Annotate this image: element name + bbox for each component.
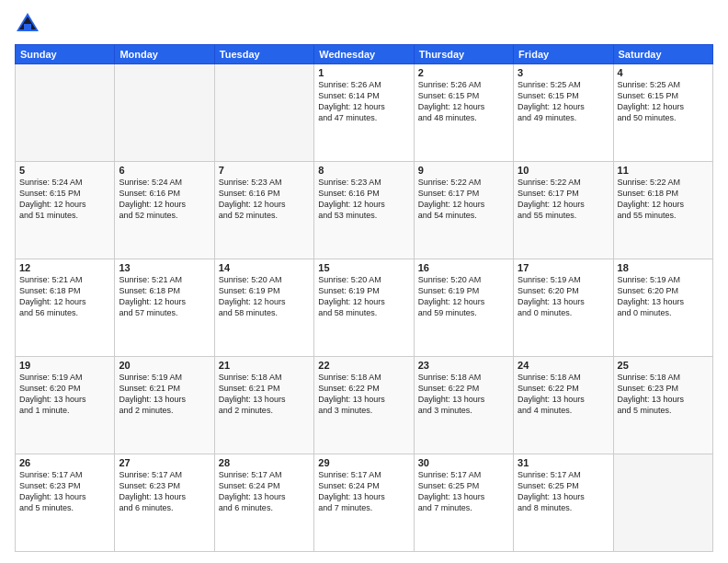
calendar-cell: 12Sunrise: 5:21 AM Sunset: 6:18 PM Dayli… [16,259,115,357]
calendar-cell: 4Sunrise: 5:25 AM Sunset: 6:15 PM Daylig… [613,64,712,162]
calendar-cell: 25Sunrise: 5:18 AM Sunset: 6:23 PM Dayli… [613,357,712,454]
week-row-3: 12Sunrise: 5:21 AM Sunset: 6:18 PM Dayli… [16,259,713,357]
day-info: Sunrise: 5:26 AM Sunset: 6:14 PM Dayligh… [318,79,409,124]
calendar-cell: 21Sunrise: 5:18 AM Sunset: 6:21 PM Dayli… [214,357,313,454]
day-info: Sunrise: 5:21 AM Sunset: 6:18 PM Dayligh… [19,274,110,319]
day-info: Sunrise: 5:25 AM Sunset: 6:15 PM Dayligh… [618,79,709,124]
page: SundayMondayTuesdayWednesdayThursdayFrid… [0,0,728,563]
calendar-cell: 2Sunrise: 5:26 AM Sunset: 6:15 PM Daylig… [414,64,513,162]
calendar-cell: 24Sunrise: 5:18 AM Sunset: 6:22 PM Dayli… [514,357,613,454]
day-number: 7 [219,165,310,176]
day-info: Sunrise: 5:22 AM Sunset: 6:17 PM Dayligh… [518,177,609,222]
calendar-cell: 20Sunrise: 5:19 AM Sunset: 6:21 PM Dayli… [115,357,214,454]
day-number: 21 [219,360,310,371]
day-number: 24 [518,360,609,371]
logo [15,11,44,37]
week-row-2: 5Sunrise: 5:24 AM Sunset: 6:15 PM Daylig… [16,162,713,259]
week-row-1: 1Sunrise: 5:26 AM Sunset: 6:14 PM Daylig… [16,64,713,162]
day-header-thursday: Thursday [414,45,513,64]
day-number: 2 [418,67,509,78]
calendar-cell: 18Sunrise: 5:19 AM Sunset: 6:20 PM Dayli… [613,259,712,357]
calendar-cell: 8Sunrise: 5:23 AM Sunset: 6:16 PM Daylig… [314,162,414,259]
day-info: Sunrise: 5:19 AM Sunset: 6:20 PM Dayligh… [19,372,110,417]
calendar-cell: 15Sunrise: 5:20 AM Sunset: 6:19 PM Dayli… [314,259,414,357]
day-info: Sunrise: 5:23 AM Sunset: 6:16 PM Dayligh… [219,177,310,222]
calendar-cell: 11Sunrise: 5:22 AM Sunset: 6:18 PM Dayli… [613,162,712,259]
day-number: 20 [119,360,210,371]
day-info: Sunrise: 5:20 AM Sunset: 6:19 PM Dayligh… [418,274,509,319]
day-number: 3 [518,67,609,78]
day-number: 15 [318,262,409,273]
day-info: Sunrise: 5:18 AM Sunset: 6:23 PM Dayligh… [618,372,709,417]
calendar-cell: 19Sunrise: 5:19 AM Sunset: 6:20 PM Dayli… [16,357,115,454]
days-header-row: SundayMondayTuesdayWednesdayThursdayFrid… [16,45,713,64]
day-number: 25 [618,360,709,371]
day-info: Sunrise: 5:17 AM Sunset: 6:25 PM Dayligh… [518,469,609,514]
calendar-cell: 23Sunrise: 5:18 AM Sunset: 6:22 PM Dayli… [414,357,513,454]
day-info: Sunrise: 5:18 AM Sunset: 6:22 PM Dayligh… [318,372,409,417]
calendar-cell: 30Sunrise: 5:17 AM Sunset: 6:25 PM Dayli… [414,454,513,552]
day-info: Sunrise: 5:19 AM Sunset: 6:20 PM Dayligh… [518,274,609,319]
day-info: Sunrise: 5:22 AM Sunset: 6:17 PM Dayligh… [418,177,509,222]
day-info: Sunrise: 5:21 AM Sunset: 6:18 PM Dayligh… [119,274,210,319]
calendar-cell: 6Sunrise: 5:24 AM Sunset: 6:16 PM Daylig… [115,162,214,259]
week-row-5: 26Sunrise: 5:17 AM Sunset: 6:23 PM Dayli… [16,454,713,552]
calendar-cell: 3Sunrise: 5:25 AM Sunset: 6:15 PM Daylig… [514,64,613,162]
day-number: 30 [418,457,509,468]
day-info: Sunrise: 5:17 AM Sunset: 6:24 PM Dayligh… [318,469,409,514]
calendar-cell: 27Sunrise: 5:17 AM Sunset: 6:23 PM Dayli… [115,454,214,552]
calendar-cell: 26Sunrise: 5:17 AM Sunset: 6:23 PM Dayli… [16,454,115,552]
day-number: 5 [19,165,110,176]
svg-rect-2 [24,24,31,29]
day-info: Sunrise: 5:19 AM Sunset: 6:20 PM Dayligh… [618,274,709,319]
day-number: 12 [19,262,110,273]
day-number: 17 [518,262,609,273]
week-row-4: 19Sunrise: 5:19 AM Sunset: 6:20 PM Dayli… [16,357,713,454]
calendar-cell: 22Sunrise: 5:18 AM Sunset: 6:22 PM Dayli… [314,357,414,454]
calendar-cell: 31Sunrise: 5:17 AM Sunset: 6:25 PM Dayli… [514,454,613,552]
calendar-cell: 17Sunrise: 5:19 AM Sunset: 6:20 PM Dayli… [514,259,613,357]
day-info: Sunrise: 5:25 AM Sunset: 6:15 PM Dayligh… [518,79,609,124]
day-header-tuesday: Tuesday [214,45,313,64]
day-number: 14 [219,262,310,273]
day-info: Sunrise: 5:18 AM Sunset: 6:22 PM Dayligh… [518,372,609,417]
day-header-wednesday: Wednesday [314,45,414,64]
calendar-cell: 13Sunrise: 5:21 AM Sunset: 6:18 PM Dayli… [115,259,214,357]
day-number: 11 [618,165,709,176]
day-info: Sunrise: 5:26 AM Sunset: 6:15 PM Dayligh… [418,79,509,124]
day-info: Sunrise: 5:20 AM Sunset: 6:19 PM Dayligh… [318,274,409,319]
calendar-cell: 7Sunrise: 5:23 AM Sunset: 6:16 PM Daylig… [214,162,313,259]
day-info: Sunrise: 5:17 AM Sunset: 6:23 PM Dayligh… [19,469,110,514]
day-info: Sunrise: 5:22 AM Sunset: 6:18 PM Dayligh… [618,177,709,222]
calendar-cell: 28Sunrise: 5:17 AM Sunset: 6:24 PM Dayli… [214,454,313,552]
logo-icon [15,11,40,37]
day-info: Sunrise: 5:20 AM Sunset: 6:19 PM Dayligh… [219,274,310,319]
day-number: 31 [518,457,609,468]
calendar-cell: 16Sunrise: 5:20 AM Sunset: 6:19 PM Dayli… [414,259,513,357]
day-header-monday: Monday [115,45,214,64]
day-number: 1 [318,67,409,78]
day-header-friday: Friday [514,45,613,64]
day-number: 4 [618,67,709,78]
calendar-cell [214,64,313,162]
day-number: 28 [219,457,310,468]
day-number: 26 [19,457,110,468]
calendar-cell: 9Sunrise: 5:22 AM Sunset: 6:17 PM Daylig… [414,162,513,259]
day-number: 19 [19,360,110,371]
day-info: Sunrise: 5:17 AM Sunset: 6:23 PM Dayligh… [119,469,210,514]
calendar-cell [613,454,712,552]
day-header-saturday: Saturday [613,45,712,64]
day-info: Sunrise: 5:23 AM Sunset: 6:16 PM Dayligh… [318,177,409,222]
day-info: Sunrise: 5:24 AM Sunset: 6:15 PM Dayligh… [19,177,110,222]
calendar-cell: 10Sunrise: 5:22 AM Sunset: 6:17 PM Dayli… [514,162,613,259]
day-info: Sunrise: 5:24 AM Sunset: 6:16 PM Dayligh… [119,177,210,222]
calendar-cell [16,64,115,162]
header [15,11,713,37]
calendar-cell [115,64,214,162]
day-info: Sunrise: 5:17 AM Sunset: 6:25 PM Dayligh… [418,469,509,514]
day-number: 6 [119,165,210,176]
day-header-sunday: Sunday [16,45,115,64]
day-number: 10 [518,165,609,176]
day-number: 16 [418,262,509,273]
day-number: 27 [119,457,210,468]
